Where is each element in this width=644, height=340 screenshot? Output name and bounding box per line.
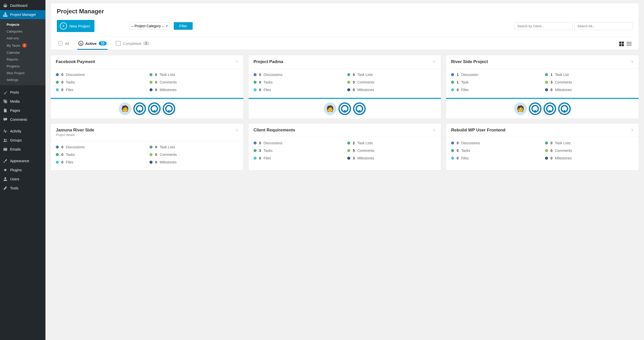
stat-value: 0 (457, 88, 459, 92)
project-card[interactable]: Facebook Payment0 Discussions0 Task List… (51, 55, 244, 119)
stat-tasks: 0 Tasks (56, 153, 144, 157)
grid-view-button[interactable] (619, 41, 624, 46)
stat-label: Tasks (66, 153, 75, 157)
stat-label: Task (461, 80, 468, 84)
sidebar-item-dashboard[interactable]: Dashboard (0, 1, 45, 10)
sidebar-item-pages[interactable]: Pages (0, 106, 45, 115)
stat-label: Files (66, 88, 73, 92)
sidebar-item-plugins[interactable]: Plugins (0, 165, 45, 175)
submenu-item-woo-project[interactable]: Woo Project (4, 70, 45, 76)
sidebar-item-media[interactable]: Media (0, 97, 45, 106)
avatar[interactable] (558, 102, 571, 115)
dot-icon (56, 146, 59, 149)
gear-icon[interactable] (629, 128, 634, 132)
stat-label: Files (263, 156, 271, 160)
project-members: 🧑 (446, 98, 639, 119)
sidebar-item-posts[interactable]: Posts (0, 88, 45, 97)
gear-icon[interactable] (234, 59, 238, 64)
sidebar-item-users[interactable]: Users (0, 175, 45, 184)
avatar[interactable]: 🧑 (119, 102, 131, 115)
dot-icon (150, 88, 153, 91)
filter-button[interactable]: Filter (174, 22, 193, 30)
submenu-item-my-tasks[interactable]: My Tasks2 (4, 42, 45, 49)
dot-icon (545, 149, 548, 152)
sidebar-item-label: Emails (10, 147, 21, 151)
stat-label: Milestones (555, 88, 572, 92)
new-project-label: New Project (69, 24, 90, 28)
stat-value: 5 (353, 149, 355, 153)
avatar[interactable] (148, 102, 161, 115)
avatar[interactable] (543, 102, 556, 115)
sidebar-item-emails[interactable]: Emails (0, 145, 45, 154)
tab-all[interactable]: ≡ All (57, 38, 70, 50)
submenu-label: Calendar (7, 51, 20, 54)
dot-icon (451, 149, 454, 152)
new-project-button[interactable]: + New Project (57, 20, 94, 32)
stat-value: 0 (457, 149, 459, 153)
check-icon: ✓ (116, 41, 121, 46)
svg-point-5 (4, 139, 5, 140)
sidebar-item-comments[interactable]: Comments (0, 115, 45, 124)
gear-icon[interactable] (431, 128, 436, 132)
stat-value: 0 (259, 156, 261, 160)
tab-completed[interactable]: ✓ Completed 1 (115, 38, 150, 50)
stat-comments: 0 Comments (150, 153, 238, 157)
submenu-item-projects[interactable]: Projects (4, 21, 45, 28)
brush-icon (3, 159, 8, 163)
category-select[interactable]: – Project Category – (129, 22, 170, 30)
avatar[interactable] (338, 102, 351, 115)
stat-value: 1 (551, 73, 553, 77)
tab-active[interactable]: ◷ Active 10 (77, 38, 108, 50)
sidebar-item-project-manager[interactable]: Project Manager (0, 10, 45, 19)
search-client-input[interactable] (514, 22, 573, 30)
stat-value: 0 (259, 80, 261, 84)
project-card[interactable]: Client Requirements0 Discussions2 Task L… (248, 123, 441, 171)
avatar[interactable] (133, 102, 146, 115)
stat-value: 2 (353, 141, 355, 145)
submenu-item-categories[interactable]: Categories (4, 28, 45, 35)
sidebar-item-label: Activity (10, 129, 21, 133)
stat-label: Discussions (263, 73, 282, 77)
gear-icon[interactable] (234, 128, 238, 132)
stat-label: Milestones (555, 156, 572, 160)
sidebar-item-appearance[interactable]: Appearance (0, 156, 45, 165)
project-card[interactable]: River Side Project1 Discussion1 Task Lis… (446, 55, 639, 119)
sidebar-item-tools[interactable]: Tools (0, 184, 45, 193)
stat-discussions: 1 Discussion (451, 73, 540, 77)
submenu-item-progress[interactable]: Progress (4, 63, 45, 70)
gear-icon[interactable] (431, 59, 436, 64)
submenu-item-calendar[interactable]: Calendar (4, 49, 45, 56)
avatar[interactable] (353, 102, 366, 115)
stat-value: 0 (353, 88, 355, 92)
list-view-button[interactable] (627, 41, 632, 46)
sidebar-item-label: Project Manager (10, 13, 36, 17)
dot-icon (451, 73, 454, 76)
stat-value: 0 (259, 141, 261, 145)
stat-label: Milestones (357, 156, 374, 160)
stat-label: Comments (555, 149, 572, 153)
submenu-label: My Tasks (7, 44, 20, 47)
project-card[interactable]: Rebuild WP User Frontend0 Discussions0 T… (446, 123, 639, 171)
clock-icon: ◷ (78, 41, 83, 46)
project-card[interactable]: Jamuna River SideProject details0 Discus… (51, 123, 244, 171)
project-card[interactable]: Project Padma0 Discussions0 Task Lists0 … (248, 55, 441, 119)
stat-value: 0 (61, 80, 63, 84)
stat-value: 0 (551, 141, 553, 145)
avatar[interactable] (529, 102, 541, 115)
submenu-item-add-ons[interactable]: Add-ons (4, 35, 45, 42)
sidebar-item-groups[interactable]: Groups (0, 136, 45, 145)
submenu-item-settings[interactable]: Settings (4, 76, 45, 83)
avatar[interactable]: 🧑 (324, 102, 336, 115)
project-members: 🧑 (249, 98, 441, 119)
project-members: 🧑 (51, 98, 243, 119)
search-all-input[interactable] (575, 22, 633, 30)
stat-discussions: 0 Discussions (254, 73, 342, 77)
gear-icon[interactable] (629, 59, 634, 64)
dot-icon (347, 73, 350, 76)
stat-label: Comments (357, 149, 375, 153)
avatar[interactable]: 🧑 (514, 102, 527, 115)
submenu-item-reports[interactable]: Reports (4, 56, 45, 63)
sidebar-item-activity[interactable]: Activity (0, 127, 45, 136)
page-title: Project Manager (57, 8, 633, 15)
avatar[interactable] (163, 102, 175, 115)
